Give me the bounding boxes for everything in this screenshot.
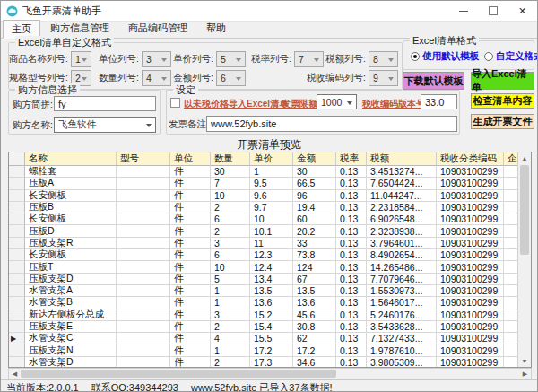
tab-product-code-management[interactable]: 商品编码管理	[119, 19, 196, 38]
row-selector[interactable]	[9, 357, 25, 367]
row-selector[interactable]	[9, 238, 25, 249]
tab-help[interactable]: 帮助	[197, 19, 235, 38]
table-row[interactable]: 压板A件79.566.50.137.6504424...10903100299	[9, 178, 517, 189]
column-header[interactable]: 单价	[250, 152, 293, 166]
table-cell: 0.13	[336, 309, 367, 321]
invoice-preview-table: 名称型号单位数量单价金额税率税额税收分类编码企业编码 螺栓套件301300.13…	[8, 152, 532, 368]
tab-buyer-management[interactable]: 购方信息管理	[41, 19, 118, 38]
table-row[interactable]: 螺栓套件301300.133.4513274...10903100299	[9, 166, 517, 178]
row-selector[interactable]	[9, 166, 25, 178]
tax-code-version-input[interactable]: 33.0	[421, 94, 457, 109]
row-selector[interactable]	[9, 225, 25, 237]
row-selector[interactable]	[9, 274, 25, 285]
table-row[interactable]: 长安侧板件612.373.80.138.4902654...1090310029…	[9, 249, 517, 261]
maximize-button[interactable]	[478, 1, 508, 21]
row-selector[interactable]	[9, 309, 25, 321]
table-row[interactable]: 长安侧板件610600.136.9026548...10903100299	[9, 213, 517, 225]
row-selector[interactable]	[9, 249, 25, 261]
table-cell: 1.5530973...	[367, 285, 437, 297]
vertical-scroll-thumb[interactable]	[520, 165, 529, 255]
table-cell: 60	[293, 213, 336, 225]
table-cell: 0.13	[336, 344, 367, 356]
table-cell: 长安侧板	[25, 190, 117, 202]
column-header[interactable]: 单位	[170, 152, 211, 166]
pretax-checkbox-label[interactable]: 以未税价格导入Excel清单	[184, 98, 288, 110]
column-header[interactable]: 税率	[336, 152, 367, 166]
table-row[interactable]: 长安侧板件109.6960.1311.044247...10903100299	[9, 190, 517, 202]
table-cell	[117, 190, 170, 202]
row-selector[interactable]: ▶	[9, 333, 25, 344]
chevron-down-icon	[388, 77, 394, 81]
vertical-scrollbar[interactable]: ▲ ▼	[517, 152, 531, 367]
table-row[interactable]: 水管支架B件113.613.60.131.5646017...109031002…	[9, 297, 517, 309]
table-cell	[504, 202, 517, 213]
table-cell: 13.5	[293, 285, 336, 297]
column-header[interactable]: 数量	[211, 152, 250, 166]
radio-default-template[interactable]: 使用默认模板	[411, 50, 479, 63]
column-header[interactable]: 型号	[117, 152, 170, 166]
row-selector[interactable]	[9, 202, 25, 213]
row-selector[interactable]	[9, 190, 25, 202]
column-header[interactable]: 税收分类编码	[437, 152, 504, 166]
table-row[interactable]: 压板支架E件215.430.80.133.5433628...109031002…	[9, 321, 517, 333]
table-cell: 10903100299	[437, 261, 504, 273]
column-header[interactable]: 税额	[367, 152, 437, 166]
row-selector[interactable]	[9, 344, 25, 356]
invoice-limit-label[interactable]: 发票限额:	[282, 98, 320, 110]
table-cell: 0.13	[336, 202, 367, 213]
table-row[interactable]: ▶水管支架C件415.5620.137.1327433...1090310029…	[9, 333, 517, 344]
tax-code-version-label[interactable]: 税收编码版本号:	[362, 98, 428, 110]
table-row[interactable]: 水管支架D件217.334.60.133.9805309...109031002…	[9, 357, 517, 367]
column-header[interactable]: 企业编码	[504, 152, 517, 166]
row-selector[interactable]	[9, 213, 25, 225]
table-row[interactable]: 新达左侧板分总成件315.245.60.135.2460176...109031…	[9, 309, 517, 321]
table-cell: 水管支架D	[25, 357, 117, 367]
tax-amount-column-select: 8	[369, 51, 398, 67]
invoice-remark-input[interactable]: www.52fyb.site	[206, 116, 457, 132]
invoice-limit-select[interactable]: 1000	[317, 94, 357, 109]
radio-custom-format[interactable]: 自定义格式	[484, 50, 538, 63]
table-row[interactable]: 水管支架A件113.513.50.131.5530973...109031002…	[9, 285, 517, 297]
scroll-right-icon[interactable]: ▶	[519, 369, 531, 379]
horizontal-scroll-thumb[interactable]	[21, 370, 336, 378]
close-button[interactable]: ✕	[508, 1, 537, 21]
table-corner-cell[interactable]	[9, 152, 25, 166]
column-header[interactable]: 名称	[25, 152, 117, 166]
minimize-button[interactable]	[448, 1, 478, 21]
scroll-left-icon[interactable]: ◀	[9, 369, 21, 379]
scroll-up-icon[interactable]: ▲	[518, 152, 531, 164]
table-cell: 压板B	[25, 202, 117, 213]
row-selector[interactable]	[9, 178, 25, 189]
scroll-down-icon[interactable]: ▼	[518, 355, 531, 367]
table-cell: 3.7964601...	[367, 238, 437, 249]
import-excel-button[interactable]: 导入Excel清单	[471, 72, 534, 90]
table-cell	[504, 333, 517, 344]
table-cell: 15.5	[250, 333, 293, 344]
table-row[interactable]: 压板支架D件513.4670.137.7079646...10903100299	[9, 274, 517, 285]
pretax-checkbox[interactable]	[170, 98, 180, 108]
table-cell: 0.13	[336, 274, 367, 285]
table-row[interactable]: 压板B件29.719.40.132.2318584...10903100299	[9, 202, 517, 213]
table-row[interactable]: 压板支架R件311330.133.7964601...10903100299	[9, 238, 517, 249]
buyer-name-select[interactable]: 飞鱼软件	[54, 117, 156, 133]
generate-file-button[interactable]: 生成开票文件	[471, 114, 534, 129]
horizontal-scrollbar[interactable]: ◀ ▶	[8, 368, 532, 379]
table-cell	[117, 297, 170, 309]
row-selector[interactable]	[9, 285, 25, 297]
row-selector[interactable]	[9, 321, 25, 333]
table-row[interactable]: 压板D件210.120.20.132.3238938...10903100299	[9, 225, 517, 237]
table-cell: 件	[170, 213, 211, 225]
table-header-row: 名称型号单位数量单价金额税率税额税收分类编码企业编码	[9, 152, 517, 166]
table-row[interactable]: 压板T件1012.41240.1314.265486...10903100299	[9, 261, 517, 273]
download-template-button[interactable]: 下载默认模板	[403, 72, 464, 90]
row-selector[interactable]	[9, 297, 25, 309]
table-cell: 0.13	[336, 178, 367, 189]
buyer-short-input[interactable]: fy	[54, 96, 156, 111]
table-cell: 11	[250, 238, 293, 249]
table-row[interactable]: 压板支架N件117.217.20.131.9787610...109031002…	[9, 344, 517, 356]
column-header[interactable]: 金额	[293, 152, 336, 166]
table-cell: 10903100299	[437, 166, 504, 178]
row-selector[interactable]	[9, 261, 25, 273]
table-cell: 件	[170, 274, 211, 285]
check-list-button[interactable]: 检查清单内容	[471, 93, 534, 109]
